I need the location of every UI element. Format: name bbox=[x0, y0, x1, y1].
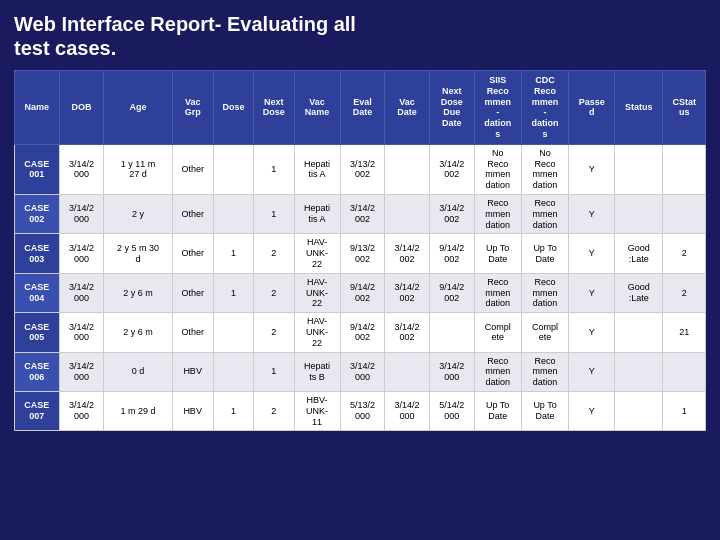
cell-status bbox=[615, 352, 663, 391]
cell-name: CASE002 bbox=[15, 194, 60, 233]
cell-cstat: 1 bbox=[663, 391, 706, 430]
col-dob: DOB bbox=[59, 71, 104, 145]
cell-siis: Complete bbox=[474, 313, 521, 352]
col-status: Status bbox=[615, 71, 663, 145]
table-row: CASE0023/14/20002 yOther1Hepatitis A3/14… bbox=[15, 194, 706, 233]
col-vac-date: VacDate bbox=[385, 71, 430, 145]
cell-status bbox=[615, 391, 663, 430]
cell-next-due: 5/14/2000 bbox=[429, 391, 474, 430]
cell-next-due: 3/14/2002 bbox=[429, 144, 474, 194]
col-siis: SIISRecommen-dations bbox=[474, 71, 521, 145]
col-vac-name: VacName bbox=[294, 71, 340, 145]
cell-vac-grp: Other bbox=[172, 273, 213, 312]
cell-vac-name: HAV-UNK-22 bbox=[294, 234, 340, 273]
cell-dose bbox=[213, 194, 253, 233]
cell-passed: Y bbox=[569, 194, 615, 233]
col-name: Name bbox=[15, 71, 60, 145]
cell-passed: Y bbox=[569, 234, 615, 273]
cell-cdc: Up ToDate bbox=[521, 234, 568, 273]
cell-next-dose: 1 bbox=[254, 194, 294, 233]
cell-cdc: Up ToDate bbox=[521, 391, 568, 430]
cell-next-due: 9/14/2002 bbox=[429, 234, 474, 273]
cell-eval-date: 9/13/2002 bbox=[340, 234, 385, 273]
cell-cdc: Complete bbox=[521, 313, 568, 352]
cell-siis: NoRecommendation bbox=[474, 144, 521, 194]
cell-status bbox=[615, 144, 663, 194]
table-row: CASE0013/14/20001 y 11 m27 dOther1Hepati… bbox=[15, 144, 706, 194]
cell-cdc: Recommendation bbox=[521, 352, 568, 391]
cell-age: 2 y 6 m bbox=[104, 313, 172, 352]
cell-passed: Y bbox=[569, 313, 615, 352]
cell-vac-date bbox=[385, 194, 430, 233]
report-table-wrapper: Name DOB Age VacGrp Dose NextDose VacNam… bbox=[14, 70, 706, 431]
cell-dob: 3/14/2000 bbox=[59, 194, 104, 233]
cell-cstat: 2 bbox=[663, 273, 706, 312]
cell-next-dose: 1 bbox=[254, 144, 294, 194]
cell-next-due: 3/14/2002 bbox=[429, 194, 474, 233]
cell-passed: Y bbox=[569, 391, 615, 430]
cell-vac-grp: Other bbox=[172, 144, 213, 194]
cell-passed: Y bbox=[569, 273, 615, 312]
cell-siis: Up ToDate bbox=[474, 391, 521, 430]
cell-cdc: Recommendation bbox=[521, 273, 568, 312]
cell-next-dose: 1 bbox=[254, 352, 294, 391]
cell-vac-name: Hepatitis A bbox=[294, 144, 340, 194]
cell-next-due: 9/14/2002 bbox=[429, 273, 474, 312]
report-table: Name DOB Age VacGrp Dose NextDose VacNam… bbox=[14, 70, 706, 431]
table-row: CASE0073/14/20001 m 29 dHBV12HBV-UNK-115… bbox=[15, 391, 706, 430]
cell-siis: Up ToDate bbox=[474, 234, 521, 273]
cell-dose bbox=[213, 144, 253, 194]
col-eval-date: EvalDate bbox=[340, 71, 385, 145]
table-header-row: Name DOB Age VacGrp Dose NextDose VacNam… bbox=[15, 71, 706, 145]
cell-dose: 1 bbox=[213, 273, 253, 312]
cell-vac-grp: Other bbox=[172, 313, 213, 352]
col-passed: Passed bbox=[569, 71, 615, 145]
col-cdc: CDCRecommen-dations bbox=[521, 71, 568, 145]
cell-dob: 3/14/2000 bbox=[59, 391, 104, 430]
cell-vac-date: 3/14/2002 bbox=[385, 313, 430, 352]
cell-dob: 3/14/2000 bbox=[59, 273, 104, 312]
cell-passed: Y bbox=[569, 144, 615, 194]
cell-age: 2 y 6 m bbox=[104, 273, 172, 312]
cell-age: 1 y 11 m27 d bbox=[104, 144, 172, 194]
cell-vac-grp: HBV bbox=[172, 391, 213, 430]
cell-cstat bbox=[663, 144, 706, 194]
col-next-due: NextDoseDueDate bbox=[429, 71, 474, 145]
cell-eval-date: 3/14/2000 bbox=[340, 352, 385, 391]
cell-vac-date: 3/14/2000 bbox=[385, 391, 430, 430]
cell-dob: 3/14/2000 bbox=[59, 144, 104, 194]
cell-vac-grp: HBV bbox=[172, 352, 213, 391]
cell-age: 1 m 29 d bbox=[104, 391, 172, 430]
table-row: CASE0053/14/20002 y 6 mOther2HAV-UNK-229… bbox=[15, 313, 706, 352]
cell-passed: Y bbox=[569, 352, 615, 391]
cell-eval-date: 9/14/2002 bbox=[340, 273, 385, 312]
cell-vac-grp: Other bbox=[172, 234, 213, 273]
cell-name: CASE006 bbox=[15, 352, 60, 391]
cell-status: Good:Late bbox=[615, 273, 663, 312]
col-vac-grp: VacGrp bbox=[172, 71, 213, 145]
cell-vac-date: 3/14/2002 bbox=[385, 273, 430, 312]
col-cstat: CStatus bbox=[663, 71, 706, 145]
cell-vac-name: HAV-UNK-22 bbox=[294, 273, 340, 312]
cell-siis: Recommendation bbox=[474, 273, 521, 312]
cell-siis: Recommendation bbox=[474, 194, 521, 233]
col-next-dose: NextDose bbox=[254, 71, 294, 145]
cell-vac-grp: Other bbox=[172, 194, 213, 233]
cell-age: 0 d bbox=[104, 352, 172, 391]
cell-dose: 1 bbox=[213, 234, 253, 273]
cell-vac-date: 3/14/2002 bbox=[385, 234, 430, 273]
table-row: CASE0043/14/20002 y 6 mOther12HAV-UNK-22… bbox=[15, 273, 706, 312]
cell-next-dose: 2 bbox=[254, 273, 294, 312]
cell-vac-name: HBV-UNK-11 bbox=[294, 391, 340, 430]
cell-next-due: 3/14/2000 bbox=[429, 352, 474, 391]
cell-age: 2 y 5 m 30d bbox=[104, 234, 172, 273]
cell-next-dose: 2 bbox=[254, 391, 294, 430]
cell-dob: 3/14/2000 bbox=[59, 313, 104, 352]
table-body: CASE0013/14/20001 y 11 m27 dOther1Hepati… bbox=[15, 144, 706, 431]
cell-vac-name: Hepatits B bbox=[294, 352, 340, 391]
col-dose: Dose bbox=[213, 71, 253, 145]
cell-cstat: 2 bbox=[663, 234, 706, 273]
cell-next-dose: 2 bbox=[254, 313, 294, 352]
cell-dose bbox=[213, 352, 253, 391]
table-row: CASE0033/14/20002 y 5 m 30dOther12HAV-UN… bbox=[15, 234, 706, 273]
